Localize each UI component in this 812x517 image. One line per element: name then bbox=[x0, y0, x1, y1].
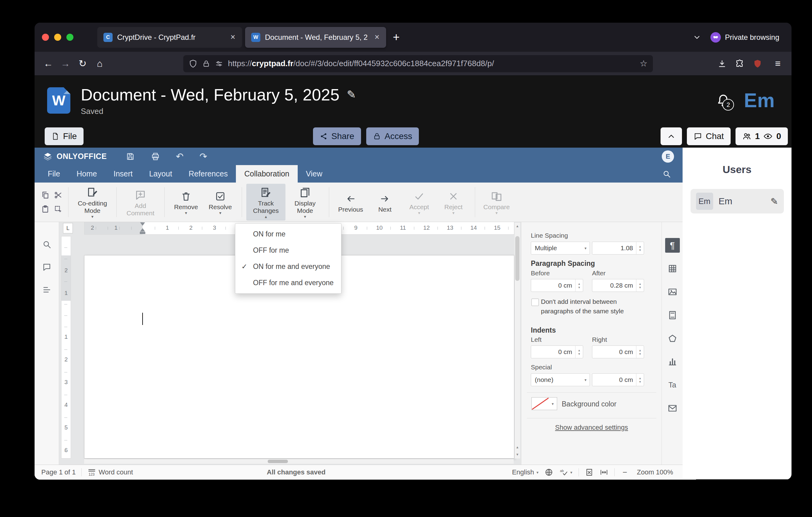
shape-settings-tab[interactable] bbox=[665, 331, 680, 346]
collapse-toolbar-button[interactable] bbox=[661, 128, 682, 145]
home-button[interactable]: ⌂ bbox=[93, 57, 107, 71]
spin-down-icon[interactable]: ▾ bbox=[639, 285, 641, 289]
next-change-button[interactable]: Next bbox=[368, 190, 402, 214]
navigation-headings-icon[interactable] bbox=[42, 285, 51, 294]
spin-up-icon[interactable]: ▴ bbox=[639, 244, 641, 248]
comments-icon[interactable] bbox=[42, 263, 51, 272]
scrollbar-thumb[interactable] bbox=[268, 460, 288, 463]
horizontal-scrollbar[interactable] bbox=[84, 459, 514, 464]
document-language-icon[interactable] bbox=[545, 468, 553, 477]
close-window-button[interactable] bbox=[42, 34, 49, 41]
paragraph-settings-tab[interactable]: ¶ bbox=[665, 238, 680, 253]
menu-tab-collaboration[interactable]: Collaboration bbox=[236, 165, 297, 183]
special-select[interactable]: (none) ▾ bbox=[531, 373, 590, 386]
downloads-icon[interactable] bbox=[718, 59, 727, 68]
menu-item-on-for-me[interactable]: ON for me bbox=[235, 226, 341, 242]
background-color-swatch[interactable] bbox=[531, 397, 549, 410]
permissions-icon[interactable] bbox=[215, 60, 223, 68]
line-spacing-spinner[interactable]: 1.08 ▴▾ bbox=[592, 242, 644, 254]
account-avatar[interactable]: Em bbox=[744, 89, 775, 112]
redo-icon[interactable]: ↷ bbox=[200, 151, 207, 162]
reload-button[interactable]: ↻ bbox=[76, 57, 90, 71]
forward-button[interactable]: → bbox=[58, 57, 72, 71]
tab-close-icon[interactable]: × bbox=[230, 32, 236, 42]
zoom-out-button[interactable]: − bbox=[621, 468, 629, 477]
menu-tab-layout[interactable]: Layout bbox=[141, 165, 180, 183]
scrollbar-thumb[interactable] bbox=[515, 236, 520, 281]
language-selector[interactable]: English ▾ bbox=[512, 468, 539, 476]
spacing-before-spinner[interactable]: 0 cm ▴▾ bbox=[531, 279, 583, 292]
page-indicator[interactable]: Page 1 of 1 bbox=[41, 468, 76, 476]
rename-pencil-icon[interactable]: ✎ bbox=[347, 88, 356, 101]
new-tab-button[interactable]: + bbox=[393, 31, 400, 44]
spin-up-icon[interactable]: ▴ bbox=[578, 348, 580, 352]
spin-down-icon[interactable]: ▾ bbox=[578, 285, 580, 289]
spellcheck-toggle[interactable]: ab ▾ bbox=[559, 468, 573, 477]
resolve-comment-button[interactable]: Resolve ▾ bbox=[203, 187, 237, 217]
spin-up-icon[interactable]: ▴ bbox=[639, 376, 641, 380]
fit-width-icon[interactable] bbox=[600, 468, 608, 477]
mailmerge-settings-tab[interactable] bbox=[665, 401, 680, 416]
scroll-down-icon[interactable]: ▾ bbox=[517, 451, 519, 458]
menu-item-off-for-everyone[interactable]: OFF for me and everyone bbox=[235, 275, 341, 291]
spin-down-icon[interactable]: ▾ bbox=[639, 380, 641, 383]
fit-page-icon[interactable] bbox=[585, 468, 593, 477]
address-bar[interactable]: https://cryptpad.fr/doc/#/3/doc/edit/ff0… bbox=[183, 55, 653, 72]
add-comment-button[interactable]: Add Comment bbox=[121, 186, 160, 218]
user-list-item[interactable]: Em Em ✎ bbox=[691, 189, 784, 214]
browser-tab-document[interactable]: W Document - Wed, February 5, 2 × bbox=[245, 27, 386, 48]
print-icon[interactable] bbox=[151, 152, 160, 161]
browser-tab-cryptdrive[interactable]: C CryptDrive - CryptPad.fr × bbox=[97, 27, 242, 48]
select-all-icon[interactable] bbox=[54, 205, 62, 214]
compare-button[interactable]: Compare ▾ bbox=[480, 187, 514, 217]
advanced-settings-link[interactable]: Show advanced settings bbox=[521, 424, 662, 432]
first-line-indent-marker[interactable] bbox=[140, 222, 145, 226]
chart-settings-tab[interactable] bbox=[665, 354, 680, 369]
ublock-origin-icon[interactable] bbox=[753, 59, 762, 68]
table-settings-tab[interactable] bbox=[665, 261, 680, 276]
lock-icon[interactable] bbox=[202, 60, 210, 68]
cut-icon[interactable] bbox=[54, 191, 62, 199]
previous-change-button[interactable]: Previous bbox=[334, 190, 368, 214]
special-amount-spinner[interactable]: 0 cm ▴▾ bbox=[592, 373, 644, 386]
reject-change-button[interactable]: Reject ▾ bbox=[436, 187, 470, 217]
spin-up-icon[interactable]: ▴ bbox=[639, 348, 641, 352]
spin-down-icon[interactable]: ▾ bbox=[639, 352, 641, 356]
menu-tab-home[interactable]: Home bbox=[68, 165, 105, 183]
scroll-up-icon[interactable]: ▴ bbox=[517, 223, 519, 229]
user-counts-button[interactable]: 1 0 bbox=[735, 128, 788, 145]
extensions-icon[interactable] bbox=[735, 59, 744, 68]
indent-left-spinner[interactable]: 0 cm ▴▾ bbox=[531, 346, 583, 358]
access-button[interactable]: Access bbox=[366, 128, 419, 145]
app-menu-icon[interactable]: ≡ bbox=[771, 57, 785, 71]
bookmark-star-icon[interactable]: ☆ bbox=[640, 58, 647, 69]
line-spacing-select[interactable]: Multiple ▾ bbox=[531, 242, 590, 254]
hanging-indent-marker[interactable] bbox=[140, 228, 145, 232]
no-interval-checkbox[interactable] bbox=[531, 299, 539, 306]
indent-right-spinner[interactable]: 0 cm ▴▾ bbox=[592, 346, 644, 358]
editor-user-avatar[interactable]: E bbox=[662, 151, 674, 163]
file-menu-button[interactable]: File bbox=[45, 128, 84, 145]
track-changes-button[interactable]: Track Changes ▴ bbox=[246, 184, 286, 220]
menu-tab-view[interactable]: View bbox=[298, 165, 331, 183]
tab-stop-selector[interactable]: L bbox=[63, 223, 73, 234]
spin-up-icon[interactable]: ▴ bbox=[639, 282, 641, 285]
left-indent-marker[interactable] bbox=[140, 232, 145, 234]
copy-icon[interactable] bbox=[41, 191, 50, 199]
coediting-mode-button[interactable]: Co-editing Mode ▾ bbox=[73, 184, 112, 220]
search-icon[interactable] bbox=[662, 165, 683, 183]
vertical-ruler[interactable]: 21123456 bbox=[61, 236, 71, 459]
spin-down-icon[interactable]: ▾ bbox=[578, 352, 580, 356]
headerfooter-settings-tab[interactable] bbox=[665, 308, 680, 323]
tab-close-icon[interactable]: × bbox=[374, 32, 380, 42]
menu-tab-insert[interactable]: Insert bbox=[105, 165, 141, 183]
find-icon[interactable] bbox=[42, 240, 51, 249]
document-title[interactable]: Document - Wed, February 5, 2025 bbox=[81, 85, 339, 104]
paste-icon[interactable] bbox=[41, 205, 50, 214]
menu-item-off-for-me[interactable]: OFF for me bbox=[235, 242, 341, 258]
undo-icon[interactable]: ↶ bbox=[176, 151, 183, 162]
list-tabs-chevron-icon[interactable] bbox=[693, 33, 701, 42]
image-settings-tab[interactable] bbox=[665, 284, 680, 299]
menu-item-on-for-everyone[interactable]: ✓ON for me and everyone bbox=[235, 258, 341, 275]
minimize-window-button[interactable] bbox=[54, 34, 61, 41]
